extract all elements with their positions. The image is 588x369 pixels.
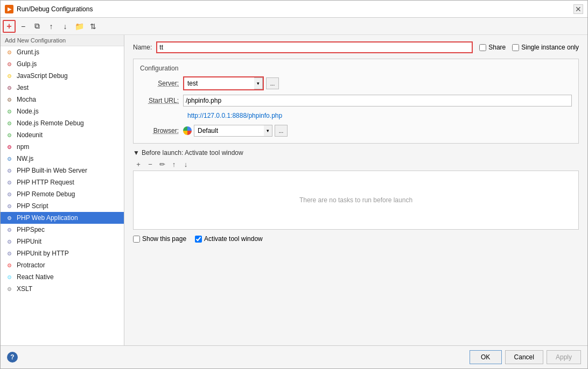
start-url-input[interactable] — [183, 95, 572, 107]
list-item-label-npm: npm — [17, 143, 29, 151]
dialog-footer: ? OK Cancel Apply — [1, 345, 587, 368]
server-ellipsis-button[interactable]: ... — [266, 77, 279, 89]
activate-tool-label: Activate tool window — [204, 235, 263, 243]
start-url-link[interactable]: http://127.0.0.1:8888/phpinfo.php — [187, 112, 282, 119]
list-item-icon-mocha: ⚙ — [5, 95, 13, 104]
before-launch-up-button[interactable]: ↑ — [169, 159, 179, 169]
list-item-label-php_remote: PHP Remote Debug — [17, 190, 75, 198]
list-item-icon-nwjs: ⚙ — [5, 154, 13, 163]
list-item-nodejs_remote[interactable]: ⚙Node.js Remote Debug — [1, 117, 124, 129]
browser-dropdown[interactable]: Default — [194, 125, 264, 137]
left-panel: Add New Configuration ⚙Grunt.js⚙Gulp.js⚙… — [1, 35, 124, 345]
activate-tool-checkbox-label[interactable]: Activate tool window — [195, 235, 263, 243]
list-item-label-mocha: Mocha — [17, 96, 36, 103]
share-checkbox-label[interactable]: Share — [479, 44, 506, 51]
name-input[interactable] — [156, 41, 473, 53]
list-item-label-jest: Jest — [17, 84, 29, 91]
browser-icon — [183, 126, 192, 135]
server-label: Server: — [140, 80, 183, 87]
list-item-label-react_native: React Native — [17, 273, 54, 281]
name-label: Name: — [133, 44, 152, 51]
share-checkbox[interactable] — [479, 44, 486, 51]
browser-ellipsis-button[interactable]: ... — [275, 125, 288, 137]
browser-dropdown-wrapper: Default ▾ — [183, 125, 272, 137]
close-button[interactable]: ✕ — [573, 4, 583, 14]
list-item-label-php_script: PHP Script — [17, 202, 48, 210]
main-toolbar: + − ⧉ ↑ ↓ 📁 ⇅ — [1, 18, 587, 35]
list-item-react_native[interactable]: ⚙React Native — [1, 271, 124, 283]
main-content: Add New Configuration ⚙Grunt.js⚙Gulp.js⚙… — [1, 35, 587, 345]
ok-button[interactable]: OK — [470, 350, 502, 364]
no-tasks-text: There are no tasks to run before launch — [299, 196, 412, 204]
list-item-php_remote[interactable]: ⚙PHP Remote Debug — [1, 188, 124, 200]
list-item-icon-phpunit_http: ⚙ — [5, 249, 13, 258]
before-launch-header[interactable]: ▼ Before launch: Activate tool window — [133, 149, 579, 157]
list-item-protractor[interactable]: ⚙Protractor — [1, 259, 124, 271]
single-instance-checkbox-label[interactable]: Single instance only — [512, 44, 579, 51]
list-item-icon-nodejs: ⚙ — [5, 107, 13, 116]
list-item-nwjs[interactable]: ⚙NW.js — [1, 153, 124, 165]
cancel-button[interactable]: Cancel — [505, 350, 543, 364]
browser-dropdown-arrow[interactable]: ▾ — [264, 125, 272, 137]
remove-config-button[interactable]: − — [17, 20, 30, 33]
server-dropdown-arrow[interactable]: ▾ — [254, 77, 263, 89]
list-item-npm[interactable]: ⚙npm — [1, 141, 124, 153]
dialog-title: Run/Debug Configurations — [17, 5, 93, 13]
add-config-button[interactable]: + — [3, 20, 16, 33]
before-launch-remove-button[interactable]: − — [145, 159, 156, 169]
before-launch-edit-button[interactable]: ✏ — [157, 159, 167, 169]
list-item-label-php_builtin: PHP Built-in Web Server — [17, 167, 87, 174]
list-item-jest[interactable]: ⚙Jest — [1, 82, 124, 94]
link-row: http://127.0.0.1:8888/phpinfo.php — [187, 112, 572, 119]
list-item-phpspec[interactable]: ⚙PHPSpec — [1, 224, 124, 236]
list-item-label-gruntjs: Grunt.js — [17, 48, 39, 56]
list-item-icon-phpunit: ⚙ — [5, 237, 13, 246]
list-item-nodeunit[interactable]: ⚙Nodeunit — [1, 129, 124, 141]
list-item-label-phpunit: PHPUnit — [17, 238, 41, 245]
list-item-icon-gruntjs: ⚙ — [5, 48, 13, 56]
before-launch-label: Before launch: Activate tool window — [142, 149, 243, 157]
before-launch-add-button[interactable]: + — [133, 159, 144, 169]
list-item-gulpjs[interactable]: ⚙Gulp.js — [1, 58, 124, 70]
move-down-button[interactable]: ↓ — [59, 20, 72, 33]
list-item-nodejs[interactable]: ⚙Node.js — [1, 105, 124, 117]
browser-label: Browser: — [140, 127, 183, 134]
list-item-mocha[interactable]: ⚙Mocha — [1, 94, 124, 105]
copy-config-button[interactable]: ⧉ — [31, 20, 44, 33]
move-up-button[interactable]: ↑ — [45, 20, 58, 33]
before-launch-down-button[interactable]: ↓ — [180, 159, 191, 169]
list-item-xslt[interactable]: ⚙XSLT — [1, 283, 124, 295]
list-item-php_script[interactable]: ⚙PHP Script — [1, 200, 124, 212]
list-item-phpunit[interactable]: ⚙PHPUnit — [1, 236, 124, 247]
server-dropdown-wrapper: test ▾ — [183, 76, 264, 90]
server-dropdown[interactable]: test — [184, 77, 254, 89]
single-instance-checkbox[interactable] — [512, 44, 519, 51]
list-item-php_http[interactable]: ⚙PHP HTTP Request — [1, 176, 124, 188]
activate-tool-checkbox[interactable] — [195, 236, 202, 243]
list-item-gruntjs[interactable]: ⚙Grunt.js — [1, 46, 124, 58]
start-url-label: Start URL: — [140, 97, 183, 104]
list-item-php_builtin[interactable]: ⚙PHP Built-in Web Server — [1, 165, 124, 176]
help-button[interactable]: ? — [7, 352, 18, 363]
collapse-icon: ▼ — [133, 149, 139, 157]
list-item-label-phpunit_http: PHPUnit by HTTP — [17, 250, 69, 257]
show-page-checkbox-label[interactable]: Show this page — [133, 235, 186, 243]
add-new-label: Add New Configuration — [1, 35, 124, 46]
list-item-php_web[interactable]: ⚙PHP Web Application — [1, 212, 124, 224]
list-item-label-gulpjs: Gulp.js — [17, 60, 37, 68]
list-item-jsdebug[interactable]: ⚙JavaScript Debug — [1, 70, 124, 82]
show-page-checkbox[interactable] — [133, 236, 140, 243]
list-item-label-nodejs_remote: Node.js Remote Debug — [17, 119, 84, 127]
configuration-section: Configuration Server: test ▾ ... Start U… — [133, 59, 579, 144]
top-right-options: Share Single instance only — [479, 44, 579, 51]
server-row: Server: test ▾ ... — [140, 76, 572, 90]
start-url-row: Start URL: — [140, 95, 572, 107]
list-item-phpunit_http[interactable]: ⚙PHPUnit by HTTP — [1, 247, 124, 259]
name-row: Name: Share Single instance only — [133, 41, 579, 53]
before-launch-section: ▼ Before launch: Activate tool window + … — [133, 149, 579, 230]
apply-button[interactable]: Apply — [547, 350, 581, 364]
create-folder-button[interactable]: 📁 — [73, 20, 86, 33]
list-item-icon-npm: ⚙ — [5, 143, 13, 151]
browser-row: Browser: Default ▾ ... — [140, 125, 572, 137]
sort-button[interactable]: ⇅ — [87, 20, 100, 33]
